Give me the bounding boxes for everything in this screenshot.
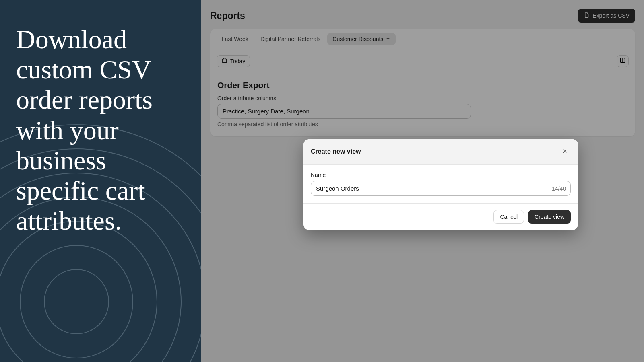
app-area: Reports Export as CSV Last Week Digital …: [201, 0, 644, 362]
close-icon: [561, 148, 568, 156]
view-name-input[interactable]: [311, 181, 571, 196]
svg-point-1: [20, 245, 133, 358]
cancel-label: Cancel: [500, 214, 518, 220]
name-field-label: Name: [311, 172, 571, 178]
create-view-modal: Create new view Name 14/40 Cancel Creat: [303, 139, 578, 230]
modal-body: Name 14/40: [303, 165, 578, 203]
svg-point-2: [0, 221, 157, 362]
modal-title: Create new view: [311, 148, 361, 155]
create-view-button[interactable]: Create view: [528, 210, 571, 224]
modal-header: Create new view: [303, 139, 578, 165]
modal-footer: Cancel Create view: [303, 203, 578, 230]
cancel-button[interactable]: Cancel: [493, 210, 524, 224]
svg-point-0: [44, 269, 109, 334]
promo-headline: Download custom CSV order reports with y…: [16, 24, 185, 236]
promo-panel: Download custom CSV order reports with y…: [0, 0, 201, 362]
create-view-label: Create view: [535, 214, 564, 220]
modal-close-button[interactable]: [559, 146, 571, 158]
char-count: 14/40: [552, 185, 566, 192]
